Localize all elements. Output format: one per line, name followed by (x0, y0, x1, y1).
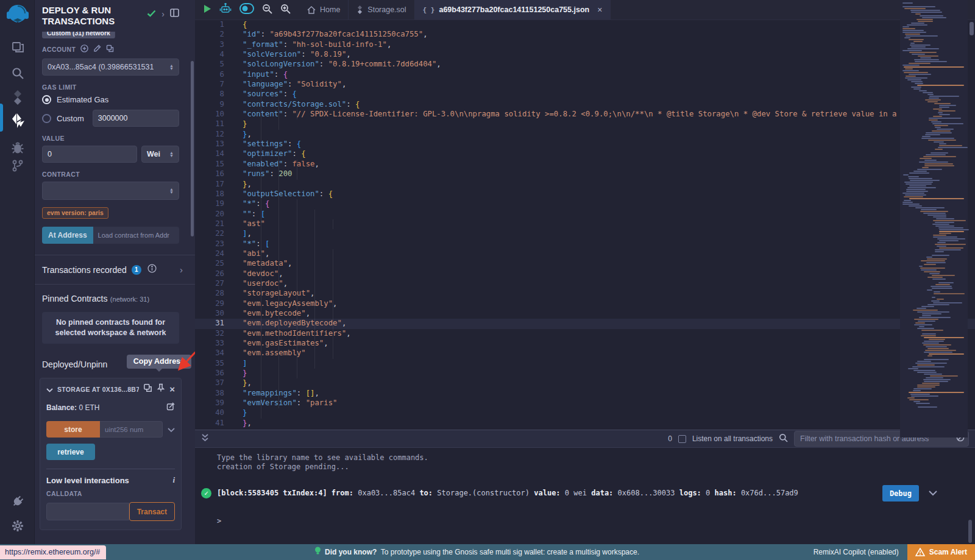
code-line[interactable]: 25 "metadata", (195, 259, 975, 269)
zoom-in-icon[interactable] (280, 4, 291, 16)
code-line[interactable]: 1{ (195, 20, 975, 30)
code-line[interactable]: 32 "evm.methodIdentifiers", (195, 329, 975, 339)
search-terminal-icon[interactable] (779, 433, 788, 445)
account-select[interactable]: 0xA03...85ac4 (0.39866531531 ▲▼ (42, 58, 179, 76)
store-button[interactable]: store (46, 421, 100, 438)
code-line[interactable]: 9 "contracts/Storage.sol": { (195, 100, 975, 110)
editor-scrollbar[interactable] (970, 22, 974, 35)
code-line[interactable]: 35 ] (195, 359, 975, 369)
copilot-status[interactable]: RemixAI Copilot (enabled) (814, 548, 899, 556)
tab-build-info-json[interactable]: { } a69b43f277ba20fcac141151250ca755.jso… (415, 0, 611, 19)
custom-gas-radio[interactable] (42, 114, 51, 123)
code-line[interactable]: 8 "sources": { (195, 90, 975, 99)
run-script-icon[interactable] (204, 4, 211, 16)
collapse-terminal-icon[interactable] (201, 433, 209, 445)
code-line[interactable]: 39 "evmVersion": "paris" (195, 399, 975, 408)
pin-contract-icon[interactable] (157, 383, 165, 395)
listen-checkbox[interactable] (678, 435, 686, 443)
solidity-compiler-icon[interactable] (0, 85, 35, 110)
collapse-contract-icon[interactable] (46, 384, 53, 395)
code-line[interactable]: 36 } (195, 369, 975, 378)
copy-account-icon[interactable] (106, 44, 114, 55)
code-line[interactable]: 30 "evm.bytecode", (195, 309, 975, 319)
zoom-out-icon[interactable] (262, 4, 272, 16)
code-line[interactable]: 7 "language": "Solidity", (195, 80, 975, 90)
code-line[interactable]: 26 "devdoc", (195, 269, 975, 279)
code-line[interactable]: 13 "settings": { (195, 140, 975, 149)
code-line[interactable]: 22 ], (195, 229, 975, 239)
info-icon[interactable]: i (172, 475, 175, 485)
code-line[interactable]: 4 "solcVersion": "0.8.19", (195, 50, 975, 60)
deploy-run-icon[interactable] (0, 108, 35, 133)
estimated-gas-radio[interactable] (42, 95, 51, 104)
debug-button[interactable]: Debug (882, 485, 919, 502)
code-line[interactable]: 12 }, (195, 130, 975, 140)
code-line[interactable]: 14 "optimizer": { (195, 149, 975, 159)
value-input[interactable]: 0 (42, 146, 137, 163)
code-line[interactable]: 34 "evm.assembly" (195, 349, 975, 358)
expand-tx-icon[interactable] (929, 489, 937, 498)
code-line[interactable]: 3 "_format": "hh-sol-build-info-1", (195, 40, 975, 50)
load-contract-input[interactable]: Load contract from Addr (93, 227, 179, 244)
copy-address-icon[interactable] (143, 383, 152, 395)
code-line[interactable]: 18 "outputSelection": { (195, 190, 975, 199)
code-line[interactable]: 37 }, (195, 378, 975, 388)
plugin-manager-icon[interactable] (0, 489, 35, 514)
code-line[interactable]: 17 }, (195, 180, 975, 190)
expand-transactions-icon[interactable]: › (180, 264, 183, 275)
code-line[interactable]: 19 "*": { (195, 199, 975, 209)
scam-alert-button[interactable]: Scam Alert (907, 544, 975, 560)
code-line[interactable]: 24 "abi", (195, 249, 975, 259)
custom-gas-input[interactable]: 3000000 (93, 110, 179, 127)
code-line[interactable]: 11 } (195, 119, 975, 129)
code-line[interactable]: 16 "runs": 200 (195, 169, 975, 179)
contract-select[interactable]: ▲▼ (42, 182, 179, 200)
remix-logo-icon[interactable] (0, 2, 35, 27)
transactions-recorded-section[interactable]: Transactions recorded 1 › (35, 255, 195, 285)
code-line[interactable]: 27 "userdoc", (195, 279, 975, 289)
tab-storage-sol[interactable]: Storage.sol (349, 0, 414, 19)
value-unit-select[interactable]: Wei ▲▼ (141, 146, 179, 163)
at-address-button[interactable]: At Address (42, 227, 93, 244)
code-line[interactable]: 23 "*": [ (195, 239, 975, 249)
code-line[interactable]: 33 "evm.gasEstimates", (195, 339, 975, 349)
code-line[interactable]: 41 }, (195, 419, 975, 428)
code-line[interactable]: 15 "enabled": false, (195, 160, 975, 169)
code-line[interactable]: 21 "ast" (195, 219, 975, 229)
code-line[interactable]: 28 "storageLayout", (195, 289, 975, 299)
edit-account-icon[interactable] (93, 44, 101, 55)
copilot-toggle-icon[interactable] (239, 3, 254, 16)
code-line[interactable]: 6 "input": { (195, 70, 975, 80)
file-explorer-icon[interactable] (0, 35, 35, 60)
transact-button[interactable]: Transact (129, 502, 175, 521)
terminal-scrollbar[interactable] (968, 520, 972, 543)
pin-panel-icon[interactable]: › (161, 9, 165, 19)
panel-scrollbar[interactable] (191, 61, 194, 236)
expand-args-icon[interactable] (168, 424, 175, 435)
code-line[interactable]: 10 "content": "// SPDX-License-Identifie… (195, 110, 975, 119)
retrieve-button[interactable]: retrieve (46, 444, 95, 460)
settings-icon[interactable] (0, 514, 35, 538)
transaction-log-row[interactable]: ✓ [block:5583405 txIndex:4] from: 0xa03.… (217, 488, 975, 498)
code-line[interactable]: 29 "evm.legacyAssembly", (195, 299, 975, 309)
remove-contract-icon[interactable]: × (169, 386, 175, 392)
code-line[interactable]: 38 "remappings": [], (195, 389, 975, 399)
code-area[interactable]: 1{2 "id": "a69b43f277ba20fcac141151250ca… (195, 20, 975, 430)
code-line[interactable]: 31 "evm.deployedBytecode", (195, 319, 975, 328)
git-icon[interactable] (0, 154, 35, 178)
edit-balance-icon[interactable] (166, 402, 175, 413)
split-view-icon[interactable] (170, 9, 179, 19)
code-line[interactable]: 5 "solcLongVersion": "0.8.19+commit.7dd6… (195, 60, 975, 69)
close-tab-icon[interactable]: × (597, 5, 602, 15)
store-arg-input[interactable]: uint256 num (100, 421, 163, 438)
add-account-icon[interactable] (80, 44, 88, 55)
terminal-output[interactable]: Type the library name to see available c… (195, 448, 975, 544)
code-line[interactable]: 20 "": [ (195, 210, 975, 219)
info-icon[interactable] (147, 264, 157, 275)
tab-home[interactable]: Home (299, 0, 349, 19)
terminal-prompt[interactable]: > (217, 517, 975, 525)
search-icon[interactable] (0, 61, 35, 85)
code-line[interactable]: 40 } (195, 408, 975, 418)
minimap[interactable] (900, 0, 968, 438)
ai-assistant-icon[interactable] (219, 3, 232, 16)
